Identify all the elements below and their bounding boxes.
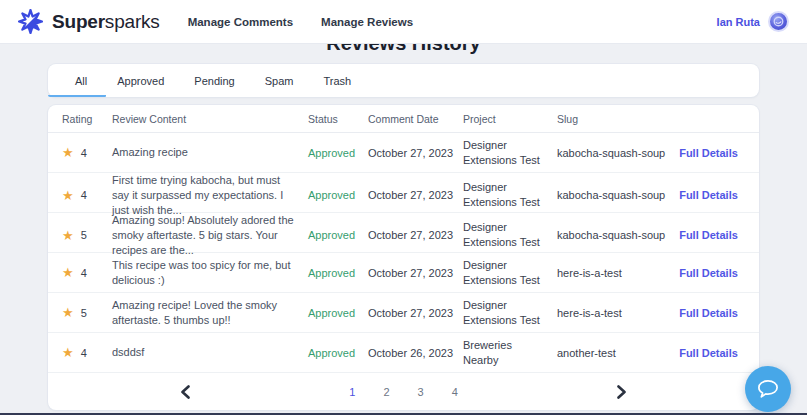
reviews-table: Rating Review Content Status Comment Dat… — [48, 105, 759, 410]
status-badge: Approved — [308, 189, 368, 201]
rating-cell: ★ 4 — [62, 189, 112, 202]
full-details-link[interactable]: Full Details — [679, 229, 738, 241]
full-details-link[interactable]: Full Details — [679, 147, 738, 159]
app-header: Supersparks Manage Comments Manage Revie… — [0, 0, 807, 44]
tab-approved[interactable]: Approved — [102, 64, 179, 97]
project-name: Breweries Nearby — [463, 338, 557, 368]
brand[interactable]: Supersparks — [18, 9, 160, 34]
details-cell: Full Details — [672, 347, 745, 359]
status-badge: Approved — [308, 147, 368, 159]
brand-name: Supersparks — [52, 11, 160, 33]
col-header-status: Status — [308, 113, 368, 125]
details-cell: Full Details — [672, 229, 745, 241]
star-icon: ★ — [62, 146, 74, 159]
details-cell: Full Details — [672, 267, 745, 279]
nav-manage-comments[interactable]: Manage Comments — [188, 16, 293, 28]
details-cell: Full Details — [672, 147, 745, 159]
full-details-link[interactable]: Full Details — [679, 347, 738, 359]
col-header-rating: Rating — [62, 113, 112, 125]
tab-pending[interactable]: Pending — [179, 64, 249, 97]
rating-value: 5 — [81, 229, 87, 241]
tabs-container: All Approved Pending Spam Trash — [60, 64, 366, 97]
rating-cell: ★ 5 — [62, 306, 112, 319]
slug-value: another-test — [557, 347, 672, 359]
star-icon: ★ — [62, 306, 74, 319]
prev-page-button[interactable] — [176, 381, 195, 403]
table-row: ★ 4 Amazing recipe Approved October 27, … — [48, 133, 759, 173]
user-area: Ian Ruta — [717, 11, 789, 32]
review-content: Amazing recipe! Loved the smoky aftertas… — [112, 298, 308, 328]
tab-all[interactable]: All — [60, 64, 102, 97]
comment-date: October 27, 2023 — [368, 267, 463, 279]
rating-value: 5 — [81, 307, 87, 319]
comment-date: October 26, 2023 — [368, 347, 463, 359]
star-icon: ★ — [62, 346, 74, 359]
rating-value: 4 — [81, 267, 87, 279]
comment-date: October 27, 2023 — [368, 189, 463, 201]
slug-value: kabocha-squash-soup — [557, 189, 672, 201]
full-details-link[interactable]: Full Details — [679, 189, 738, 201]
page-number[interactable]: 4 — [452, 386, 458, 398]
review-content: Amazing recipe — [112, 145, 308, 160]
project-name: Designer Extensions Test — [463, 180, 557, 210]
full-details-link[interactable]: Full Details — [679, 307, 738, 319]
table-row: ★ 5 Amazing soup! Absolutely adored the … — [48, 213, 759, 253]
project-name: Designer Extensions Test — [463, 220, 557, 250]
review-content: This recipe was too spicy for me, but de… — [112, 258, 308, 288]
chat-launcher-button[interactable] — [745, 366, 791, 412]
slug-value: kabocha-squash-soup — [557, 147, 672, 159]
active-tab-underline — [48, 95, 106, 97]
rating-cell: ★ 4 — [62, 346, 112, 359]
tab-label: All — [75, 75, 87, 87]
comment-date: October 27, 2023 — [368, 307, 463, 319]
status-badge: Approved — [308, 307, 368, 319]
status-filter-tabs: All Approved Pending Spam Trash — [48, 64, 759, 97]
details-cell: Full Details — [672, 189, 745, 201]
rating-cell: ★ 5 — [62, 229, 112, 242]
col-header-project: Project — [463, 113, 557, 125]
slug-value: here-is-a-test — [557, 307, 672, 319]
user-name[interactable]: Ian Ruta — [717, 16, 760, 28]
page-number[interactable]: 1 — [349, 386, 355, 398]
project-name: Designer Extensions Test — [463, 138, 557, 168]
table-header-row: Rating Review Content Status Comment Dat… — [48, 105, 759, 133]
table-row: ★ 5 Amazing recipe! Loved the smoky afte… — [48, 293, 759, 333]
review-content: First time trying kabocha, but must say … — [112, 173, 308, 218]
table-rows: ★ 4 Amazing recipe Approved October 27, … — [48, 133, 759, 373]
slug-value: kabocha-squash-soup — [557, 229, 672, 241]
star-icon: ★ — [62, 189, 74, 202]
tab-label: Pending — [194, 75, 234, 87]
rating-value: 4 — [81, 347, 87, 359]
rating-value: 4 — [81, 147, 87, 159]
rating-cell: ★ 4 — [62, 266, 112, 279]
page-number[interactable]: 3 — [418, 386, 424, 398]
col-header-slug: Slug — [557, 113, 672, 125]
tab-trash[interactable]: Trash — [308, 64, 366, 97]
star-icon: ★ — [62, 266, 74, 279]
rating-cell: ★ 4 — [62, 146, 112, 159]
review-content: dsddsf — [112, 345, 308, 360]
tab-label: Trash — [323, 75, 351, 87]
tab-label: Spam — [265, 75, 294, 87]
comment-date: October 27, 2023 — [368, 147, 463, 159]
user-avatar[interactable] — [768, 11, 789, 32]
col-header-review-content: Review Content — [112, 113, 308, 125]
review-content: Amazing soup! Absolutely adored the smok… — [112, 213, 308, 258]
chevron-right-icon — [616, 385, 627, 399]
project-name: Designer Extensions Test — [463, 298, 557, 328]
col-header-comment-date: Comment Date — [368, 113, 463, 125]
details-cell: Full Details — [672, 307, 745, 319]
tab-spam[interactable]: Spam — [250, 64, 309, 97]
page-numbers: 1 2 3 4 — [349, 386, 458, 398]
page-number[interactable]: 2 — [383, 386, 389, 398]
slug-value: here-is-a-test — [557, 267, 672, 279]
top-nav: Manage Comments Manage Reviews — [188, 16, 413, 28]
full-details-link[interactable]: Full Details — [679, 267, 738, 279]
next-page-button[interactable] — [612, 381, 631, 403]
pagination: 1 2 3 4 — [48, 373, 759, 410]
nav-manage-reviews[interactable]: Manage Reviews — [321, 16, 413, 28]
tab-label: Approved — [117, 75, 164, 87]
project-name: Designer Extensions Test — [463, 258, 557, 288]
status-badge: Approved — [308, 229, 368, 241]
table-row: ★ 4 dsddsf Approved October 26, 2023 Bre… — [48, 333, 759, 373]
